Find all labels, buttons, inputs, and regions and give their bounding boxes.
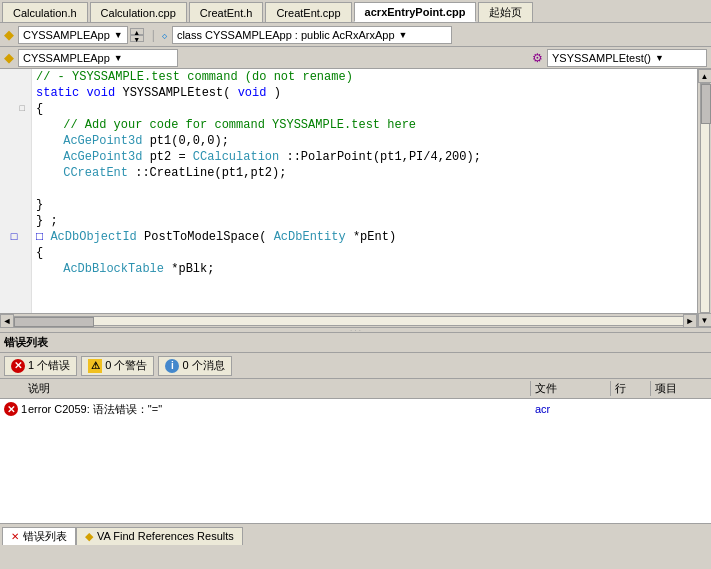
code-line-7: CCreatEnt ::CreatLine(pt1,pt2); xyxy=(36,165,693,181)
class-icon: ◆ xyxy=(4,27,14,42)
class-icon-2: ⬦ xyxy=(161,28,168,42)
scroll-up-btn[interactable]: ▲ xyxy=(130,28,144,35)
code-line-11: □ AcDbObjectId PostToModelSpace( AcDbEnt… xyxy=(36,229,693,245)
dropdown-arrow-2: ▼ xyxy=(399,30,408,40)
col-file-label: 文件 xyxy=(535,382,557,394)
code-line-10: } ; xyxy=(36,213,693,229)
code-line-5: AcGePoint3d pt1(0,0,0); xyxy=(36,133,693,149)
code-line-1: // - YSYSSAMPLE.test command (do not ren… xyxy=(36,69,693,85)
code-line-4: // Add your code for command YSYSSAMPLE.… xyxy=(36,117,693,133)
dropdown-class-1-label: CYSSAMPLEApp xyxy=(23,29,110,41)
error-filter-label: 1 个错误 xyxy=(28,358,70,373)
h-scrollbar[interactable]: ◄ ► xyxy=(0,313,697,327)
col-file-header: 文件 xyxy=(531,381,611,396)
code-kw-static: static xyxy=(36,86,79,100)
code-line-12: { xyxy=(36,245,693,261)
filter-errors-btn[interactable]: ✕ 1 个错误 xyxy=(4,356,77,376)
error-num-cell: ✕ 1 xyxy=(0,402,24,416)
error-row-icon: ✕ xyxy=(4,402,18,416)
scroll-down-v-btn[interactable]: ▼ xyxy=(698,313,712,327)
col-desc-label: 说明 xyxy=(28,382,50,394)
h-scroll-track[interactable] xyxy=(14,316,683,326)
info-filter-label: 0 个消息 xyxy=(182,358,224,373)
code-line-3: { xyxy=(36,101,693,117)
toolbar-row-1: ◆ CYSSAMPLEApp ▼ ▲ ▼ | ⬦ class CYSSAMPLE… xyxy=(0,23,711,47)
tab-bar: Calculation.h Calculation.cpp CreatEnt.h… xyxy=(0,0,711,23)
dropdown-member-2-label: YSYSSAMPLEtest() xyxy=(552,52,651,64)
dropdown-arrow-1: ▼ xyxy=(114,30,123,40)
error-list-icon: ✕ xyxy=(11,531,19,542)
warning-filter-label: 0 个警告 xyxy=(105,358,147,373)
toolbar-row-2: ◆ CYSSAMPLEApp ▼ ⚙ YSYSSAMPLEtest() ▼ xyxy=(0,47,711,69)
editor-wrapper: □ □ // - YSYSSAMPLE.test command (do not xyxy=(0,69,711,327)
bottom-tab-error-label: 错误列表 xyxy=(23,529,67,544)
v-scroll-thumb[interactable] xyxy=(701,84,711,124)
error-toolbar: ✕ 1 个错误 ⚠ 0 个警告 i 0 个消息 xyxy=(0,353,711,379)
error-table: ✕ 1 error C2059: 语法错误："=" acr xyxy=(0,399,711,523)
toolbar-sep-1: | xyxy=(152,28,155,42)
code-line-13: AcDbBlockTable *pBlk; xyxy=(36,261,693,277)
col-line-label: 行 xyxy=(615,382,626,394)
dropdown-class-1[interactable]: CYSSAMPLEApp ▼ xyxy=(18,26,128,44)
warning-icon-btn: ⚠ xyxy=(88,359,102,373)
bottom-tab-find-refs[interactable]: ◆ VA Find References Results xyxy=(76,527,243,545)
table-row[interactable]: ✕ 1 error C2059: 语法错误："=" acr xyxy=(0,399,711,419)
error-table-header: 说明 文件 行 项目 xyxy=(0,379,711,399)
tab-calc-cpp[interactable]: Calculation.cpp xyxy=(90,2,187,22)
error-panel-header: 错误列表 xyxy=(0,333,711,353)
tab-creat-ent-h[interactable]: CreatEnt.h xyxy=(189,2,264,22)
code-content: □ □ // - YSYSSAMPLE.test command (do not xyxy=(0,69,697,313)
col-desc-header: 说明 xyxy=(24,381,531,396)
scroll-down-btn[interactable]: ▼ xyxy=(130,35,144,42)
scroll-left-btn[interactable]: ◄ xyxy=(0,314,14,328)
class-icon-3: ◆ xyxy=(4,50,14,65)
error-file-text: acr xyxy=(535,403,550,415)
h-scroll-thumb[interactable] xyxy=(14,317,94,327)
editor-area[interactable]: □ □ // - YSYSSAMPLE.test command (do not xyxy=(0,69,697,327)
bottom-tab-find-refs-label: VA Find References Results xyxy=(97,530,234,542)
code-line-9: } xyxy=(36,197,693,213)
code-kw-void: void xyxy=(86,86,115,100)
error-desc-text: error C2059: 语法错误："=" xyxy=(28,403,162,415)
code-line-8 xyxy=(36,181,693,197)
col-proj-header: 项目 xyxy=(651,381,711,396)
editor-main: □ □ // - YSYSSAMPLE.test command (do not xyxy=(0,69,697,327)
tab-calc-h[interactable]: Calculation.h xyxy=(2,2,88,22)
scroll-up-v-btn[interactable]: ▲ xyxy=(698,69,712,83)
error-icon-btn: ✕ xyxy=(11,359,25,373)
dropdown-arrow-3: ▼ xyxy=(114,53,123,63)
line-numbers: □ □ xyxy=(0,69,32,313)
tab-start-page[interactable]: 起始页 xyxy=(478,2,533,22)
find-refs-icon: ◆ xyxy=(85,530,93,543)
tab-creat-ent-cpp[interactable]: CreatEnt.cpp xyxy=(265,2,351,22)
filter-messages-btn[interactable]: i 0 个消息 xyxy=(158,356,231,376)
tab-acrx-cpp[interactable]: acrxEntryPoint.cpp xyxy=(354,2,477,22)
code-lines[interactable]: // - YSYSSAMPLE.test command (do not ren… xyxy=(32,69,697,313)
bottom-tab-error-list[interactable]: ✕ 错误列表 xyxy=(2,527,76,545)
code-line-2: static void YSYSSAMPLEtest( void ) xyxy=(36,85,693,101)
scroll-right-btn[interactable]: ► xyxy=(683,314,697,328)
filter-warnings-btn[interactable]: ⚠ 0 个警告 xyxy=(81,356,154,376)
error-file-cell: acr xyxy=(531,403,611,415)
dropdown-member-1-label: CYSSAMPLEApp xyxy=(23,52,110,64)
error-desc-cell: error C2059: 语法错误："=" xyxy=(24,402,531,417)
v-scrollbar[interactable]: ▲ ▼ xyxy=(697,69,711,327)
code-comment-1: // - YSYSSAMPLE.test command (do not ren… xyxy=(36,70,353,84)
dropdown-class-2-label: class CYSSAMPLEApp : public AcRxArxApp xyxy=(177,29,395,41)
col-proj-label: 项目 xyxy=(655,382,677,394)
error-panel: 错误列表 ✕ 1 个错误 ⚠ 0 个警告 i 0 个消息 说明 文件 行 项目 xyxy=(0,333,711,523)
func-icon: ⚙ xyxy=(532,51,543,65)
dropdown-member-2[interactable]: YSYSSAMPLEtest() ▼ xyxy=(547,49,707,67)
info-icon-btn: i xyxy=(165,359,179,373)
v-scroll-track[interactable] xyxy=(700,83,710,313)
error-panel-title: 错误列表 xyxy=(4,335,48,350)
dropdown-arrow-4: ▼ xyxy=(655,53,664,63)
bottom-tabs: ✕ 错误列表 ◆ VA Find References Results xyxy=(0,523,711,545)
code-line-6: AcGePoint3d pt2 = CCalculation ::PolarPo… xyxy=(36,149,693,165)
col-line-header: 行 xyxy=(611,381,651,396)
dropdown-class-2[interactable]: class CYSSAMPLEApp : public AcRxArxApp ▼ xyxy=(172,26,452,44)
dropdown-member-1[interactable]: CYSSAMPLEApp ▼ xyxy=(18,49,178,67)
